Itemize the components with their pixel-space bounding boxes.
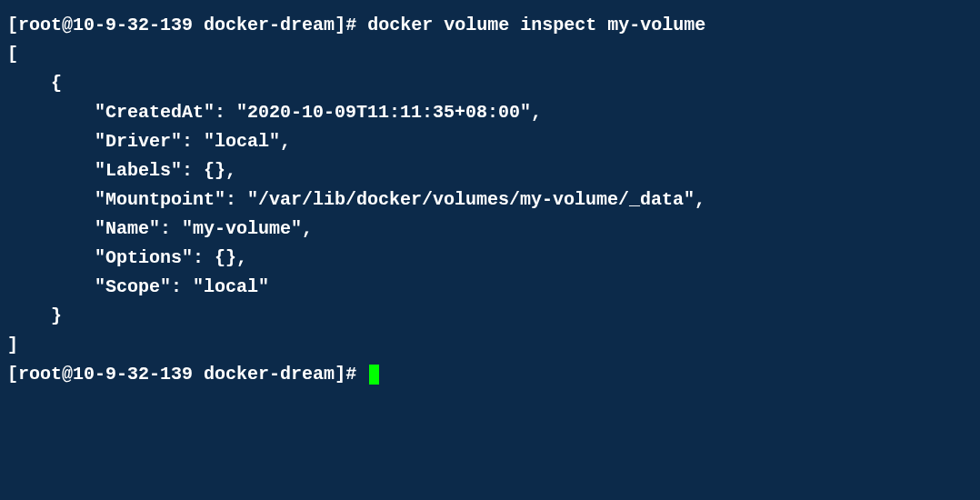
prompt2-host: 10-9-32-139 xyxy=(73,364,193,385)
output-scope: "Scope": "local" xyxy=(7,273,973,302)
prompt-line-2[interactable]: [root@10-9-32-139 docker-dream]# xyxy=(7,360,973,389)
prompt-host: 10-9-32-139 xyxy=(73,15,193,35)
output-close-bracket: ] xyxy=(7,331,973,360)
prompt2-open: [ xyxy=(7,364,18,385)
prompt-user: root xyxy=(18,15,62,35)
output-name: "Name": "my-volume", xyxy=(7,215,973,244)
output-driver: "Driver": "local", xyxy=(7,127,973,156)
prompt2-space xyxy=(193,364,204,385)
output-open-bracket: [ xyxy=(7,40,973,69)
prompt-dir: docker-dream xyxy=(204,15,335,35)
prompt2-close: ]# xyxy=(335,364,367,385)
prompt-space xyxy=(193,15,204,35)
command-text: docker volume inspect my-volume xyxy=(367,15,705,35)
output-options: "Options": {}, xyxy=(7,244,973,273)
output-labels: "Labels": {}, xyxy=(7,156,973,185)
prompt-close: ]# xyxy=(335,15,367,35)
prompt-at: @ xyxy=(62,15,73,35)
output-createdat: "CreatedAt": "2020-10-09T11:11:35+08:00"… xyxy=(7,98,973,127)
output-mountpoint: "Mountpoint": "/var/lib/docker/volumes/m… xyxy=(7,185,973,215)
prompt2-dir: docker-dream xyxy=(204,364,335,385)
command-line: [root@10-9-32-139 docker-dream]# docker … xyxy=(7,11,973,40)
output-open-brace: { xyxy=(7,69,973,98)
cursor-icon xyxy=(369,365,379,385)
output-close-brace: } xyxy=(7,302,973,331)
prompt-open: [ xyxy=(7,15,18,35)
prompt2-user: root xyxy=(18,364,62,385)
prompt2-at: @ xyxy=(62,364,73,385)
